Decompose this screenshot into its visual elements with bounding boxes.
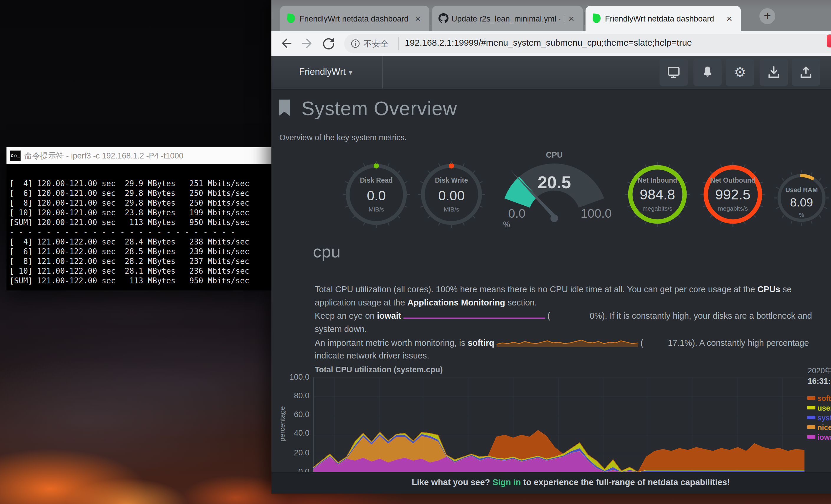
help-text: Total CPU utilization (all cores). 100% … bbox=[315, 285, 757, 294]
terminal-title: 命令提示符 - iperf3 -c 192.168.1.2 -P4 -t1000 bbox=[24, 150, 183, 161]
gear-icon: ⚙ bbox=[734, 65, 746, 79]
settings-button[interactable]: ⚙ bbox=[726, 59, 754, 86]
chart-date: 2020年3 bbox=[808, 365, 831, 376]
iowait-sparkline bbox=[403, 318, 545, 319]
banner-text: Like what you see? bbox=[412, 477, 492, 487]
tab-netdata-1[interactable]: FriendlyWrt netdata dashboard × bbox=[280, 6, 429, 31]
legend-swatch bbox=[807, 425, 815, 429]
gauge-cpu[interactable]: CPU 20.5 0.0 100.0 % bbox=[495, 149, 613, 228]
legend-item-softirq[interactable]: softirq bbox=[807, 394, 831, 403]
softirq-sparkline bbox=[496, 337, 638, 348]
softirq-value: 17.1 bbox=[643, 338, 685, 348]
tab-divider bbox=[584, 12, 585, 25]
upload-icon bbox=[799, 65, 813, 79]
download-icon bbox=[767, 65, 781, 79]
security-label[interactable]: 不安全 bbox=[364, 38, 389, 50]
cmd-icon: C:\_ bbox=[10, 150, 21, 161]
alarms-button[interactable] bbox=[693, 59, 722, 86]
legend-swatch bbox=[807, 406, 815, 410]
tab-label: Update r2s_lean_minimal.yml · k bbox=[452, 14, 564, 24]
address-bar[interactable]: 不安全 192.168.2.1:19999/#menu_system_subme… bbox=[344, 34, 831, 53]
url-text[interactable]: 192.168.2.1:19999/#menu_system_submenu_c… bbox=[405, 38, 692, 48]
omnibox-divider bbox=[398, 37, 399, 50]
legend-item-user[interactable]: user bbox=[807, 404, 831, 413]
tab-close-icon[interactable]: × bbox=[412, 12, 424, 25]
print-dashboard-button[interactable] bbox=[659, 59, 688, 86]
y-tick: 20.0 bbox=[285, 448, 309, 457]
page-subtitle: Overview of the key system metrics. bbox=[279, 133, 407, 142]
browser-window: FriendlyWrt netdata dashboard × Update r… bbox=[271, 0, 831, 494]
gauge-disk-read[interactable]: Disk Read 0.0 MiB/s bbox=[342, 160, 411, 233]
applications-monitoring-link[interactable]: Applications Monitoring bbox=[407, 298, 505, 307]
gauge-disk-write[interactable]: Disk Write 0.00 MiB/s bbox=[417, 160, 486, 233]
tab-divider bbox=[431, 12, 431, 25]
extension-icon[interactable] bbox=[827, 34, 831, 48]
gauge-used-ram[interactable]: Used RAM 8.09 % bbox=[774, 170, 830, 229]
banner-text: to experience the full-range of netdata … bbox=[521, 477, 730, 487]
section-title-cpu: cpu bbox=[313, 241, 341, 261]
forward-button[interactable] bbox=[299, 35, 316, 52]
terminal-titlebar[interactable]: C:\_ 命令提示符 - iperf3 -c 192.168.1.2 -P4 -… bbox=[6, 147, 271, 164]
bell-icon bbox=[700, 65, 715, 79]
y-tick: 60.0 bbox=[285, 410, 309, 419]
info-icon[interactable] bbox=[350, 38, 361, 49]
cpus-link[interactable]: CPUs bbox=[757, 285, 780, 294]
legend-item-system[interactable]: system bbox=[807, 414, 831, 422]
gauge-max-label: 100.0 bbox=[578, 207, 614, 220]
github-favicon bbox=[438, 13, 449, 23]
legend-swatch bbox=[807, 416, 815, 419]
netdata-favicon bbox=[286, 13, 295, 24]
import-snapshot-button[interactable] bbox=[760, 59, 788, 86]
export-snapshot-button[interactable] bbox=[792, 59, 820, 86]
cpu-help-text: Total CPU utilization (all cores). 100% … bbox=[315, 285, 812, 364]
screen: C:\_ 命令提示符 - iperf3 -c 192.168.1.2 -P4 -… bbox=[0, 0, 831, 504]
tab-label: FriendlyWrt netdata dashboard bbox=[605, 14, 722, 24]
gauge-min-label: 0.0 bbox=[501, 207, 533, 220]
netdata-navbar: FriendlyWrt ▾ ⚙ bbox=[271, 56, 831, 90]
y-tick: 100.0 bbox=[285, 373, 309, 382]
reload-button[interactable] bbox=[320, 35, 337, 52]
terminal-window: C:\_ 命令提示符 - iperf3 -c 192.168.1.2 -P4 -… bbox=[6, 147, 271, 291]
bookmark-icon bbox=[279, 99, 290, 116]
monitor-icon bbox=[666, 65, 681, 79]
legend-item-iowait[interactable]: iowait bbox=[807, 433, 831, 442]
brand-dropdown[interactable]: FriendlyWrt ▾ bbox=[271, 56, 383, 88]
legend-swatch bbox=[807, 435, 815, 439]
legend-swatch bbox=[807, 396, 815, 400]
chart-time: 16:31:2 bbox=[808, 376, 831, 386]
terminal-output: [ 4] 120.00-121.00 sec 29.9 MBytes 251 M… bbox=[6, 164, 271, 291]
y-tick: 80.0 bbox=[285, 391, 309, 400]
back-button[interactable] bbox=[278, 35, 294, 52]
tab-close-icon[interactable]: × bbox=[565, 12, 578, 25]
new-tab-button[interactable]: + bbox=[760, 8, 775, 24]
y-axis-label: percentage bbox=[278, 394, 286, 453]
chart-title: Total CPU utilization (system.cpu) bbox=[315, 365, 443, 375]
netdata-favicon bbox=[592, 13, 601, 24]
tab-close-icon[interactable]: × bbox=[723, 12, 736, 25]
gauge-unit-label: % bbox=[498, 220, 515, 229]
page-title: System Overview bbox=[302, 97, 457, 120]
tab-github[interactable]: Update r2s_lean_minimal.yml · k × bbox=[432, 6, 583, 31]
signin-banner: Like what you see? Sign in to experience… bbox=[271, 472, 831, 494]
gauge-net-outbound[interactable]: Net Outbound 992.5 megabits/s bbox=[700, 161, 766, 231]
brand-label: FriendlyWrt bbox=[299, 66, 346, 77]
tab-strip: FriendlyWrt netdata dashboard × Update r… bbox=[271, 0, 831, 31]
gauge-net-inbound[interactable]: Net Inbound 984.8 megabits/s bbox=[624, 161, 690, 231]
sign-in-link[interactable]: Sign in bbox=[492, 477, 521, 487]
cpu-utilization-chart[interactable] bbox=[313, 377, 804, 472]
netdata-page: FriendlyWrt ▾ ⚙ bbox=[271, 56, 831, 494]
iowait-value: 0 bbox=[550, 311, 594, 321]
tab-netdata-active[interactable]: FriendlyWrt netdata dashboard × bbox=[585, 6, 741, 31]
legend-item-nice[interactable]: nice bbox=[807, 423, 831, 432]
browser-toolbar: 不安全 192.168.2.1:19999/#menu_system_subme… bbox=[271, 31, 831, 56]
tab-label: FriendlyWrt netdata dashboard bbox=[299, 14, 410, 24]
y-tick: 40.0 bbox=[285, 428, 309, 438]
chart-datetime: 2020年3 16:31:2 bbox=[808, 365, 831, 386]
chevron-down-icon: ▾ bbox=[349, 68, 352, 77]
